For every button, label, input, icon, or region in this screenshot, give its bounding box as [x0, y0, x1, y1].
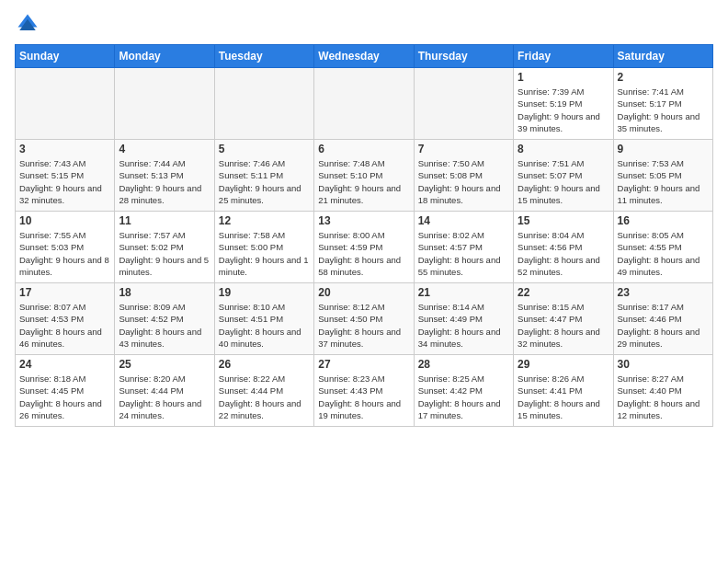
calendar: SundayMondayTuesdayWednesdayThursdayFrid… [15, 44, 713, 427]
weekday-header: Tuesday [214, 45, 313, 68]
day-number: 16 [618, 214, 709, 227]
day-number: 28 [418, 358, 509, 371]
day-info: Sunrise: 7:46 AM Sunset: 5:11 PM Dayligh… [219, 157, 310, 206]
calendar-day-cell: 16Sunrise: 8:05 AM Sunset: 4:55 PM Dayli… [613, 212, 712, 283]
calendar-day-cell: 26Sunrise: 8:22 AM Sunset: 4:44 PM Dayli… [214, 355, 313, 427]
calendar-day-cell [16, 68, 115, 140]
day-number: 4 [119, 143, 210, 155]
day-info: Sunrise: 8:27 AM Sunset: 4:40 PM Dayligh… [618, 373, 709, 421]
day-number: 26 [219, 358, 310, 371]
day-number: 22 [518, 286, 609, 299]
day-number: 12 [219, 214, 310, 227]
day-number: 21 [418, 286, 509, 299]
calendar-day-cell: 22Sunrise: 8:15 AM Sunset: 4:47 PM Dayli… [514, 283, 613, 355]
day-info: Sunrise: 7:43 AM Sunset: 5:15 PM Dayligh… [19, 157, 110, 206]
day-info: Sunrise: 8:25 AM Sunset: 4:42 PM Dayligh… [418, 373, 509, 421]
calendar-day-cell: 1Sunrise: 7:39 AM Sunset: 5:19 PM Daylig… [514, 68, 613, 140]
day-number: 30 [618, 358, 709, 371]
day-info: Sunrise: 8:12 AM Sunset: 4:50 PM Dayligh… [318, 301, 409, 350]
day-number: 3 [19, 143, 110, 155]
logo [15, 11, 44, 37]
day-number: 25 [119, 358, 210, 371]
calendar-day-cell [214, 68, 313, 140]
day-info: Sunrise: 8:22 AM Sunset: 4:44 PM Dayligh… [219, 373, 310, 421]
day-number: 7 [418, 143, 509, 155]
calendar-week-row: 24Sunrise: 8:18 AM Sunset: 4:45 PM Dayli… [16, 355, 713, 427]
day-info: Sunrise: 8:14 AM Sunset: 4:49 PM Dayligh… [418, 301, 509, 350]
calendar-day-cell: 5Sunrise: 7:46 AM Sunset: 5:11 PM Daylig… [214, 140, 313, 212]
day-number: 8 [518, 143, 609, 155]
day-number: 23 [618, 286, 709, 299]
day-info: Sunrise: 7:48 AM Sunset: 5:10 PM Dayligh… [318, 157, 409, 206]
calendar-day-cell [314, 68, 414, 140]
weekday-header: Saturday [613, 45, 712, 68]
day-number: 20 [318, 286, 409, 299]
calendar-week-row: 10Sunrise: 7:55 AM Sunset: 5:03 PM Dayli… [16, 212, 713, 283]
day-info: Sunrise: 7:50 AM Sunset: 5:08 PM Dayligh… [418, 157, 509, 206]
calendar-day-cell: 17Sunrise: 8:07 AM Sunset: 4:53 PM Dayli… [16, 283, 115, 355]
weekday-header: Monday [115, 45, 214, 68]
day-info: Sunrise: 8:05 AM Sunset: 4:55 PM Dayligh… [618, 229, 709, 278]
calendar-day-cell: 10Sunrise: 7:55 AM Sunset: 5:03 PM Dayli… [16, 212, 115, 283]
day-info: Sunrise: 7:57 AM Sunset: 5:02 PM Dayligh… [119, 229, 210, 278]
day-number: 13 [318, 214, 409, 227]
day-info: Sunrise: 8:07 AM Sunset: 4:53 PM Dayligh… [19, 301, 110, 350]
calendar-day-cell: 18Sunrise: 8:09 AM Sunset: 4:52 PM Dayli… [115, 283, 214, 355]
calendar-day-cell: 27Sunrise: 8:23 AM Sunset: 4:43 PM Dayli… [314, 355, 414, 427]
day-info: Sunrise: 8:17 AM Sunset: 4:46 PM Dayligh… [618, 301, 709, 350]
calendar-week-row: 3Sunrise: 7:43 AM Sunset: 5:15 PM Daylig… [16, 140, 713, 212]
header [15, 11, 713, 37]
calendar-day-cell [414, 68, 513, 140]
day-number: 24 [19, 358, 110, 371]
calendar-day-cell: 20Sunrise: 8:12 AM Sunset: 4:50 PM Dayli… [314, 283, 414, 355]
day-info: Sunrise: 8:26 AM Sunset: 4:41 PM Dayligh… [518, 373, 609, 421]
calendar-week-row: 1Sunrise: 7:39 AM Sunset: 5:19 PM Daylig… [16, 68, 713, 140]
day-number: 10 [19, 214, 110, 227]
day-number: 27 [318, 358, 409, 371]
calendar-day-cell: 4Sunrise: 7:44 AM Sunset: 5:13 PM Daylig… [115, 140, 214, 212]
calendar-day-cell: 29Sunrise: 8:26 AM Sunset: 4:41 PM Dayli… [514, 355, 613, 427]
day-info: Sunrise: 7:44 AM Sunset: 5:13 PM Dayligh… [119, 157, 210, 206]
day-number: 5 [219, 143, 310, 155]
day-info: Sunrise: 8:10 AM Sunset: 4:51 PM Dayligh… [219, 301, 310, 350]
calendar-day-cell: 7Sunrise: 7:50 AM Sunset: 5:08 PM Daylig… [414, 140, 513, 212]
day-number: 17 [19, 286, 110, 299]
day-info: Sunrise: 7:53 AM Sunset: 5:05 PM Dayligh… [618, 157, 709, 206]
calendar-week-row: 17Sunrise: 8:07 AM Sunset: 4:53 PM Dayli… [16, 283, 713, 355]
day-number: 29 [518, 358, 609, 371]
day-info: Sunrise: 7:39 AM Sunset: 5:19 PM Dayligh… [518, 86, 609, 134]
calendar-day-cell: 13Sunrise: 8:00 AM Sunset: 4:59 PM Dayli… [314, 212, 414, 283]
calendar-day-cell: 3Sunrise: 7:43 AM Sunset: 5:15 PM Daylig… [16, 140, 115, 212]
day-info: Sunrise: 7:58 AM Sunset: 5:00 PM Dayligh… [219, 229, 310, 278]
calendar-header-row: SundayMondayTuesdayWednesdayThursdayFrid… [16, 45, 713, 68]
day-number: 14 [418, 214, 509, 227]
calendar-day-cell: 23Sunrise: 8:17 AM Sunset: 4:46 PM Dayli… [613, 283, 712, 355]
day-info: Sunrise: 7:51 AM Sunset: 5:07 PM Dayligh… [518, 157, 609, 206]
logo-icon [15, 11, 40, 37]
day-info: Sunrise: 8:20 AM Sunset: 4:44 PM Dayligh… [119, 373, 210, 421]
day-info: Sunrise: 8:09 AM Sunset: 4:52 PM Dayligh… [119, 301, 210, 350]
day-number: 2 [618, 71, 709, 84]
calendar-day-cell: 15Sunrise: 8:04 AM Sunset: 4:56 PM Dayli… [514, 212, 613, 283]
day-number: 6 [318, 143, 409, 155]
calendar-day-cell: 9Sunrise: 7:53 AM Sunset: 5:05 PM Daylig… [613, 140, 712, 212]
day-number: 9 [618, 143, 709, 155]
calendar-day-cell: 30Sunrise: 8:27 AM Sunset: 4:40 PM Dayli… [613, 355, 712, 427]
page: SundayMondayTuesdayWednesdayThursdayFrid… [0, 0, 728, 563]
calendar-day-cell: 8Sunrise: 7:51 AM Sunset: 5:07 PM Daylig… [514, 140, 613, 212]
weekday-header: Friday [514, 45, 613, 68]
calendar-day-cell: 11Sunrise: 7:57 AM Sunset: 5:02 PM Dayli… [115, 212, 214, 283]
day-info: Sunrise: 8:02 AM Sunset: 4:57 PM Dayligh… [418, 229, 509, 278]
weekday-header: Sunday [16, 45, 115, 68]
day-number: 1 [518, 71, 609, 84]
calendar-day-cell: 28Sunrise: 8:25 AM Sunset: 4:42 PM Dayli… [414, 355, 513, 427]
calendar-day-cell [115, 68, 214, 140]
calendar-day-cell: 14Sunrise: 8:02 AM Sunset: 4:57 PM Dayli… [414, 212, 513, 283]
day-info: Sunrise: 7:55 AM Sunset: 5:03 PM Dayligh… [19, 229, 110, 278]
day-number: 15 [518, 214, 609, 227]
calendar-day-cell: 25Sunrise: 8:20 AM Sunset: 4:44 PM Dayli… [115, 355, 214, 427]
day-number: 11 [119, 214, 210, 227]
day-info: Sunrise: 8:18 AM Sunset: 4:45 PM Dayligh… [19, 373, 110, 421]
day-info: Sunrise: 8:00 AM Sunset: 4:59 PM Dayligh… [318, 229, 409, 278]
day-info: Sunrise: 8:04 AM Sunset: 4:56 PM Dayligh… [518, 229, 609, 278]
